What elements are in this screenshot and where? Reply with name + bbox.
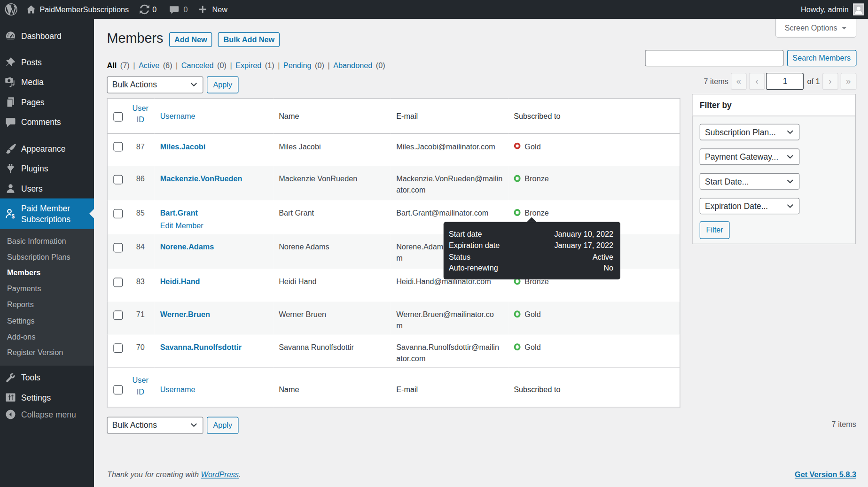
svg-text:$: $ xyxy=(11,213,15,220)
